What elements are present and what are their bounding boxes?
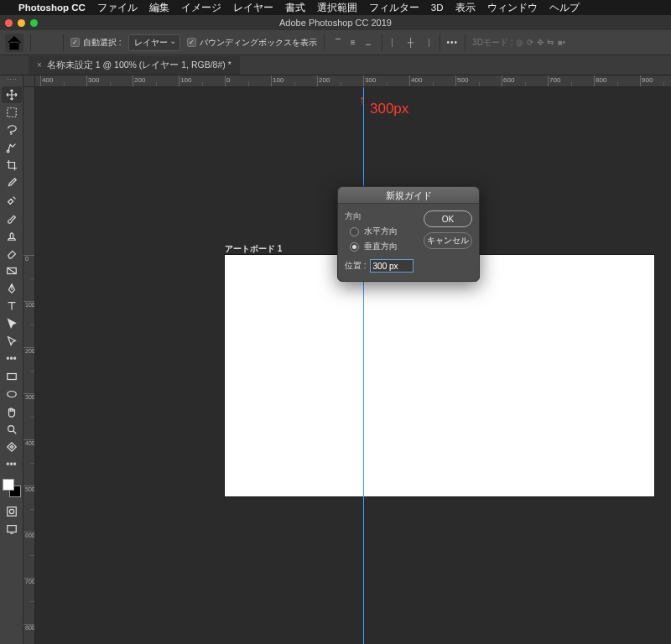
dots-tool[interactable]: ••• (2, 351, 22, 367)
canvas-area: 6005004003002001000100200300400500600700… (23, 75, 671, 644)
tools-panel: ••• ••• (0, 75, 23, 644)
align-hcenter-icon[interactable]: ┼ (404, 36, 418, 49)
mode-3d-label: 3Dモード : (472, 37, 512, 49)
path-select-tool[interactable] (2, 315, 22, 332)
show-bounding-box-checkbox[interactable]: ✓ バウンディングボックスを表示 (187, 37, 317, 49)
align-buttons-group-2: ⎸ ┼ ⎹ (389, 36, 433, 49)
direct-select-tool[interactable] (2, 333, 22, 350)
more-options-icon[interactable]: ••• (447, 38, 459, 47)
checkbox-icon: ✓ (70, 38, 80, 47)
dialog-title[interactable]: 新規ガイド (338, 187, 479, 204)
options-bar: ✓ 自動選択 : レイヤー ✓ バウンディングボックスを表示 ⎺ ≡ ⎽ ⎸ ┼… (0, 30, 671, 55)
artboard-tool[interactable] (2, 439, 22, 455)
bbox-label: バウンディングボックスを表示 (200, 37, 317, 49)
move-icon (38, 34, 56, 52)
position-input[interactable] (370, 259, 414, 273)
align-bottom-icon[interactable]: ⎽ (362, 36, 375, 49)
rectangle-tool[interactable] (2, 368, 22, 385)
menu-file[interactable]: ファイル (97, 2, 138, 14)
document-tab-bar: × 名称未設定 1 @ 100% (レイヤー 1, RGB/8#) * (0, 55, 671, 75)
ruler-vertical[interactable]: 010020030040050060070080090010001100 (23, 87, 35, 644)
annotation-arrow-icon: ↑ (359, 92, 366, 106)
auto-select-checkbox[interactable]: ✓ 自動選択 : (70, 37, 122, 49)
radio-horizontal-label: 水平方向 (364, 226, 398, 237)
slide-3d-icon[interactable]: ⇆ (547, 38, 554, 47)
gradient-tool[interactable] (2, 262, 22, 279)
clone-stamp-tool[interactable] (2, 227, 22, 244)
auto-select-target-dropdown[interactable]: レイヤー (128, 34, 180, 51)
new-guide-dialog: 新規ガイド 方向 水平方向 垂直方向 位置 : (337, 186, 480, 282)
orbit-3d-icon[interactable]: ◎ (516, 38, 523, 47)
menu-filter[interactable]: フィルター (369, 2, 419, 14)
align-left-icon[interactable]: ⎸ (389, 36, 403, 49)
quick-select-tool[interactable] (2, 139, 22, 156)
menu-edit[interactable]: 編集 (149, 2, 169, 14)
position-label: 位置 : (345, 260, 367, 272)
healing-brush-tool[interactable] (2, 192, 22, 209)
document-stage[interactable]: アートボード 1 ↑ 300px 新規ガイド 方向 水平方向 (35, 87, 671, 644)
artboard-label[interactable]: アートボード 1 (225, 243, 282, 255)
pan-3d-icon[interactable]: ✥ (537, 38, 544, 47)
move-tool-indicator[interactable] (38, 34, 56, 52)
eyedropper-tool[interactable] (2, 174, 22, 191)
window-titlebar: Adobe Photoshop CC 2019 (0, 15, 671, 30)
marquee-tool[interactable] (2, 104, 22, 121)
document-tab[interactable]: × 名称未設定 1 @ 100% (レイヤー 1, RGB/8#) * (29, 56, 240, 75)
svg-rect-6 (7, 507, 16, 517)
separator (382, 34, 382, 51)
radio-vertical-label: 垂直方向 (364, 241, 398, 252)
close-tab-icon[interactable]: × (37, 60, 42, 70)
move-tool[interactable] (2, 86, 22, 103)
ellipse-tool[interactable] (2, 386, 22, 402)
roll-3d-icon[interactable]: ⟳ (527, 38, 533, 47)
align-buttons-group: ⎺ ≡ ⎽ (331, 36, 375, 49)
menu-image[interactable]: イメージ (181, 2, 221, 14)
menu-select[interactable]: 選択範囲 (317, 2, 357, 14)
lasso-tool[interactable] (2, 122, 22, 138)
annotation-text: 300px (370, 101, 408, 117)
foreground-color-swatch[interactable] (3, 479, 14, 491)
menu-layer[interactable]: レイヤー (233, 2, 273, 14)
quick-mask-toggle[interactable] (2, 503, 22, 520)
hand-tool[interactable] (2, 403, 22, 420)
radio-icon (350, 242, 359, 252)
brush-tool[interactable] (2, 210, 22, 226)
svg-point-4 (7, 392, 16, 397)
svg-point-5 (8, 426, 13, 432)
align-top-icon[interactable]: ⎺ (331, 36, 345, 49)
color-swatches[interactable] (3, 479, 21, 497)
separator (465, 34, 466, 51)
separator (324, 34, 325, 51)
radio-icon (350, 227, 359, 236)
menu-view[interactable]: 表示 (455, 2, 476, 14)
panel-grip-icon[interactable] (4, 79, 19, 84)
menu-3d[interactable]: 3D (431, 3, 444, 13)
type-tool[interactable] (2, 298, 22, 314)
eraser-tool[interactable] (2, 245, 22, 262)
ruler-horizontal[interactable]: 6005004003002001000100200300400500600700… (35, 75, 671, 87)
ok-button[interactable]: OK (424, 210, 472, 227)
cancel-button[interactable]: キャンセル (424, 232, 472, 249)
menu-help[interactable]: ヘルプ (549, 2, 580, 14)
menu-window[interactable]: ウィンドウ (487, 2, 538, 14)
align-right-icon[interactable]: ⎹ (419, 36, 433, 49)
screen-mode-toggle[interactable] (2, 521, 22, 538)
svg-rect-8 (7, 526, 16, 532)
align-vcenter-icon[interactable]: ≡ (346, 36, 360, 49)
auto-select-label: 自動選択 : (83, 37, 122, 49)
crop-tool[interactable] (2, 157, 22, 174)
zoom-tool[interactable] (2, 421, 22, 438)
svg-rect-3 (7, 374, 16, 380)
home-button[interactable] (5, 34, 23, 52)
guide-vertical[interactable] (363, 87, 364, 644)
app-name[interactable]: Photoshop CC (18, 3, 86, 13)
menu-type[interactable]: 書式 (285, 2, 305, 14)
radio-horizontal[interactable]: 水平方向 (350, 226, 417, 237)
pen-tool[interactable] (2, 280, 22, 297)
zoom-3d-icon[interactable]: ■• (557, 38, 565, 47)
orientation-group-label: 方向 (345, 210, 417, 222)
ruler-origin[interactable] (23, 75, 35, 87)
radio-vertical[interactable]: 垂直方向 (350, 241, 417, 252)
edit-toolbar-button[interactable]: ••• (2, 456, 22, 473)
artboard[interactable] (225, 255, 654, 496)
